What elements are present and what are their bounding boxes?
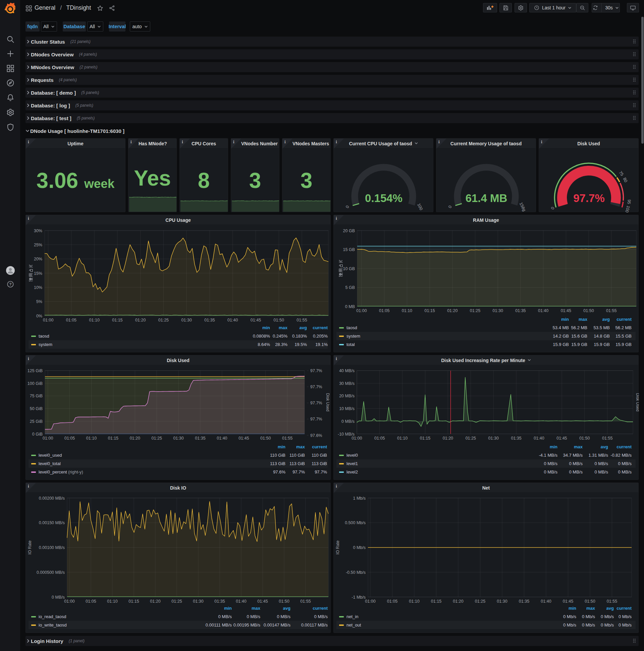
svg-text:40 MB/s: 40 MB/s: [339, 368, 355, 373]
svg-text:97.7%: 97.7%: [310, 368, 322, 373]
svg-text:01:10: 01:10: [402, 308, 412, 313]
svg-text:95: 95: [626, 199, 632, 204]
svg-text:01:35: 01:35: [204, 318, 215, 322]
svg-text:0.00150 MB/s: 0.00150 MB/s: [39, 521, 65, 525]
svg-text:1 Mb/s: 1 Mb/s: [353, 496, 365, 501]
svg-text:01:20: 01:20: [447, 308, 457, 313]
svg-text:01:50: 01:50: [579, 436, 590, 441]
svg-text:01:40: 01:40: [541, 599, 551, 604]
svg-text:01:15: 01:15: [112, 318, 122, 322]
svg-text:15 GB: 15 GB: [343, 247, 355, 252]
svg-text:01:05: 01:05: [387, 599, 397, 604]
svg-text:01:50: 01:50: [279, 599, 289, 604]
svg-text:01:00: 01:00: [43, 318, 53, 322]
svg-text:01:45: 01:45: [257, 599, 268, 604]
svg-text:01:55: 01:55: [607, 599, 617, 604]
svg-text:0.154%: 0.154%: [365, 192, 402, 204]
svg-text:-1 Mb/s: -1 Mb/s: [352, 595, 365, 600]
svg-text:01:50: 01:50: [260, 436, 271, 441]
svg-text:30 MB/s: 30 MB/s: [339, 381, 355, 386]
svg-text:0.500 Mb/s: 0.500 Mb/s: [345, 521, 365, 525]
svg-text:01:50: 01:50: [583, 308, 594, 313]
svg-text:0.00200 MB/s: 0.00200 MB/s: [39, 496, 65, 501]
svg-text:0 GiB: 0 GiB: [32, 432, 42, 437]
svg-text:0: 0: [447, 205, 453, 209]
svg-text:01:10: 01:10: [86, 436, 97, 441]
svg-text:75: 75: [618, 170, 624, 177]
svg-text:Disk Used: Disk Used: [325, 393, 330, 411]
svg-text:01:20: 01:20: [150, 599, 160, 604]
svg-text:01:35: 01:35: [511, 436, 521, 441]
svg-text:0 MB: 0 MB: [345, 304, 355, 309]
svg-text:0.000500 MB/s: 0.000500 MB/s: [37, 570, 65, 575]
svg-text:01:45: 01:45: [563, 599, 573, 604]
svg-text:01:25: 01:25: [465, 436, 476, 441]
svg-text:01:15: 01:15: [431, 599, 442, 604]
svg-text:01:00: 01:00: [352, 436, 362, 441]
svg-text:01:15: 01:15: [128, 599, 139, 604]
svg-text:100 GiB: 100 GiB: [28, 381, 42, 386]
svg-text:01:25: 01:25: [171, 599, 182, 604]
svg-text:01:25: 01:25: [475, 599, 485, 604]
svg-text:IO Rate: IO Rate: [335, 540, 340, 555]
svg-text:01:25: 01:25: [470, 308, 480, 313]
svg-text:01:20: 01:20: [130, 436, 140, 441]
svg-text:01:20: 01:20: [443, 436, 453, 441]
svg-text:01:15: 01:15: [424, 308, 435, 313]
svg-text:0: 0: [550, 206, 555, 210]
svg-text:01:45: 01:45: [251, 318, 261, 322]
svg-text:20 GB: 20 GB: [343, 228, 355, 233]
svg-text:01:25: 01:25: [152, 436, 162, 441]
svg-text:01:45: 01:45: [556, 436, 567, 441]
svg-text:10%: 10%: [34, 285, 42, 290]
svg-text:01:35: 01:35: [515, 308, 525, 313]
svg-text:01:55: 01:55: [606, 308, 616, 313]
svg-text:0.00100 MB/s: 0.00100 MB/s: [39, 545, 65, 550]
svg-text:100: 100: [416, 203, 424, 211]
svg-text:01:50: 01:50: [585, 599, 595, 604]
svg-text:01:00: 01:00: [356, 308, 366, 313]
svg-text:01:15: 01:15: [108, 436, 119, 441]
svg-text:125 GiB: 125 GiB: [28, 368, 42, 373]
svg-text:0 MB/s: 0 MB/s: [52, 595, 65, 600]
svg-text:5 GB: 5 GB: [346, 285, 355, 290]
svg-text:01:40: 01:40: [236, 599, 246, 604]
svg-text:0%: 0%: [36, 314, 42, 318]
svg-text:01:10: 01:10: [397, 436, 408, 441]
svg-text:01:30: 01:30: [493, 308, 503, 313]
svg-text:61.4 MB: 61.4 MB: [465, 192, 508, 204]
svg-text:25%: 25%: [34, 243, 42, 247]
svg-text:01:50: 01:50: [274, 318, 284, 322]
svg-text:10 MB/s: 10 MB/s: [339, 406, 355, 411]
svg-text:97.7%: 97.7%: [573, 192, 605, 204]
svg-text:15%: 15%: [34, 271, 42, 276]
svg-text:01:55: 01:55: [296, 318, 307, 322]
svg-text:20%: 20%: [34, 257, 42, 261]
svg-text:30%: 30%: [34, 228, 42, 233]
svg-text:97.6%: 97.6%: [310, 433, 322, 438]
svg-text:5%: 5%: [36, 299, 42, 304]
svg-text:20 MB/s: 20 MB/s: [339, 394, 355, 398]
svg-text:01:45: 01:45: [561, 308, 571, 313]
svg-text:01:05: 01:05: [379, 308, 389, 313]
svg-text:01:30: 01:30: [173, 436, 184, 441]
svg-text:IO Rate: IO Rate: [28, 540, 32, 555]
svg-text:01:40: 01:40: [538, 308, 548, 313]
svg-text:158g: 158g: [519, 202, 526, 212]
svg-text:0 MB/s: 0 MB/s: [342, 419, 355, 424]
svg-text:97.7%: 97.7%: [310, 401, 322, 405]
svg-text:97.7%: 97.7%: [310, 384, 322, 389]
svg-text:01:00: 01:00: [42, 436, 53, 441]
svg-text:?: ?: [9, 282, 12, 286]
svg-text:01:55: 01:55: [282, 436, 292, 441]
svg-text:01:40: 01:40: [217, 436, 227, 441]
svg-text:01:20: 01:20: [453, 599, 463, 604]
svg-text:01:20: 01:20: [135, 318, 146, 322]
svg-text:01:45: 01:45: [238, 436, 249, 441]
svg-text:01:55: 01:55: [300, 599, 311, 604]
svg-text:25 GiB: 25 GiB: [30, 419, 42, 424]
svg-text:0: 0: [345, 205, 350, 209]
svg-text:80: 80: [622, 177, 628, 183]
svg-text:01:05: 01:05: [64, 436, 75, 441]
svg-text:01:05: 01:05: [86, 599, 96, 604]
